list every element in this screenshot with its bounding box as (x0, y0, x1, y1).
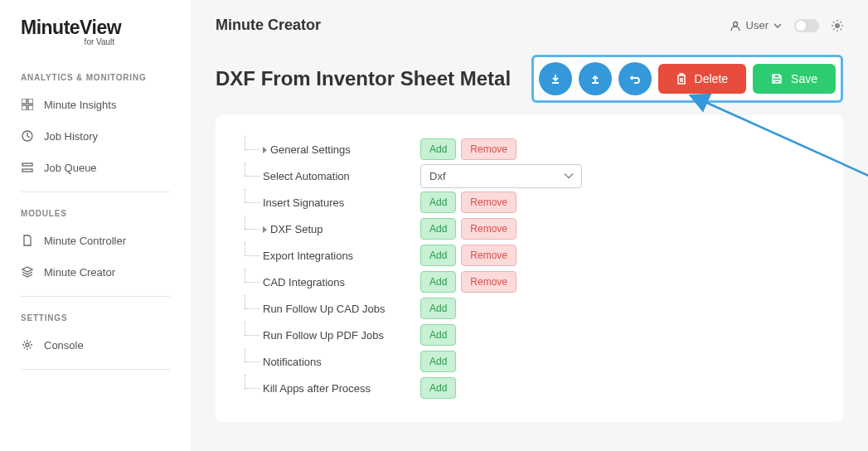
settings-panel: General SettingsAddRemoveSelect Automati… (216, 115, 843, 422)
svg-rect-0 (22, 99, 27, 104)
sidebar-item-minute-controller[interactable]: Minute Controller (0, 225, 191, 256)
divider (21, 296, 170, 297)
queue-icon (21, 161, 34, 174)
upload-button[interactable] (579, 62, 612, 95)
theme-toggle[interactable] (794, 19, 819, 32)
sidebar-item-label: Job Queue (44, 162, 97, 174)
upload-icon (589, 73, 601, 85)
sidebar-item-label: Job History (44, 130, 98, 143)
save-icon (771, 73, 783, 85)
download-button[interactable] (539, 62, 572, 95)
sidebar-item-console[interactable]: Console (0, 329, 191, 361)
sidebar-item-label: Minute Insights (44, 99, 116, 111)
svg-point-8 (733, 22, 737, 26)
tree-row: Select AutomationDxf (245, 162, 814, 189)
sidebar-item-label: Console (44, 339, 84, 352)
topbar-title: Minute Creator (216, 17, 321, 34)
remove-button[interactable]: Remove (461, 218, 516, 240)
add-button[interactable]: Add (420, 298, 456, 319)
logo: MinuteView for Vault (0, 17, 191, 65)
add-button[interactable]: Add (420, 377, 456, 399)
remove-button[interactable]: Remove (461, 245, 516, 266)
tree-row: Run Follow Up CAD JobsAdd (245, 295, 814, 322)
download-icon (550, 73, 561, 85)
tree-label: CAD Integrations (263, 276, 420, 289)
automation-select[interactable]: Dxf (420, 164, 582, 188)
delete-label: Delete (695, 72, 728, 85)
actions-box: Delete Save (531, 55, 843, 103)
tree-branch (245, 335, 259, 336)
tree-branch (245, 149, 259, 150)
tree-row: Kill Apps after ProcessAdd (245, 375, 814, 401)
sidebar-item-job-queue[interactable]: Job Queue (0, 152, 191, 183)
tree-branch (245, 361, 259, 362)
page-title: DXF From Inventor Sheet Metal (216, 67, 511, 90)
tree-row: Run Follow Up PDF JobsAdd (245, 322, 814, 348)
user-icon (730, 20, 741, 32)
document-icon (21, 234, 34, 247)
logo-sub: for Vault (21, 37, 121, 46)
gear-icon (21, 338, 34, 352)
add-button[interactable]: Add (420, 192, 456, 213)
logo-main: MinuteView (21, 17, 121, 38)
tree-label: Insert Signatures (263, 196, 420, 209)
svg-rect-1 (28, 99, 33, 104)
svg-rect-3 (28, 105, 33, 110)
tree-label: Run Follow Up PDF Jobs (263, 329, 420, 342)
add-button[interactable]: Add (420, 271, 456, 293)
sidebar-item-job-history[interactable]: Job History (0, 120, 191, 152)
add-button[interactable]: Add (420, 218, 456, 240)
section-settings-label: SETTINGS (0, 305, 191, 329)
add-button[interactable]: Add (420, 138, 456, 160)
tree-label: Run Follow Up CAD Jobs (263, 303, 420, 315)
main: Minute Creator User DXF From Inventor Sh… (191, 0, 868, 451)
add-button[interactable]: Add (420, 324, 456, 346)
divider (21, 369, 170, 370)
trash-icon (676, 73, 686, 85)
chevron-down-icon (773, 23, 782, 28)
topbar: Minute Creator User (216, 17, 843, 34)
svg-rect-5 (22, 163, 32, 166)
tree-branch (245, 308, 259, 309)
tree-row: Export IntegrationsAddRemove (245, 242, 814, 269)
tree-row: NotificationsAdd (245, 348, 814, 375)
user-label: User (746, 19, 769, 32)
caret-icon[interactable] (263, 226, 267, 233)
remove-button[interactable]: Remove (461, 271, 516, 293)
tree-label: General Settings (263, 143, 420, 156)
add-button[interactable]: Add (420, 245, 456, 266)
tree-label: Notifications (263, 356, 420, 368)
remove-button[interactable]: Remove (461, 192, 516, 213)
tree-branch (245, 176, 259, 177)
svg-rect-2 (22, 105, 27, 110)
tree-label: DXF Setup (263, 223, 420, 235)
dashboard-icon (21, 98, 34, 111)
save-button[interactable]: Save (753, 64, 836, 94)
caret-icon[interactable] (263, 147, 267, 153)
undo-button[interactable] (618, 62, 652, 95)
tree-row: Insert SignaturesAddRemove (245, 189, 814, 216)
sidebar-item-label: Minute Creator (44, 266, 115, 279)
sidebar-item-label: Minute Controller (44, 235, 126, 247)
remove-button[interactable]: Remove (461, 138, 516, 160)
delete-button[interactable]: Delete (658, 64, 746, 94)
tree-row: CAD IntegrationsAddRemove (245, 269, 814, 295)
tree-branch (245, 255, 259, 256)
tree-branch (245, 282, 259, 283)
add-button[interactable]: Add (420, 351, 456, 372)
tree-label: Select Automation (263, 170, 420, 182)
sun-icon[interactable] (832, 20, 843, 32)
section-modules-label: MODULES (0, 201, 191, 225)
sidebar-item-minute-insights[interactable]: Minute Insights (0, 89, 191, 120)
user-menu[interactable]: User (730, 19, 782, 32)
svg-point-7 (26, 343, 29, 347)
sidebar-item-minute-creator[interactable]: Minute Creator (0, 256, 191, 288)
section-analytics-label: ANALYTICS & MONITORING (0, 65, 191, 89)
history-icon (21, 129, 34, 143)
tree-label: Kill Apps after Process (263, 382, 420, 395)
layers-icon (21, 265, 34, 279)
svg-rect-6 (22, 169, 32, 172)
tree-row: General SettingsAddRemove (245, 136, 814, 162)
undo-icon (629, 73, 641, 85)
tree-row: DXF SetupAddRemove (245, 216, 814, 242)
